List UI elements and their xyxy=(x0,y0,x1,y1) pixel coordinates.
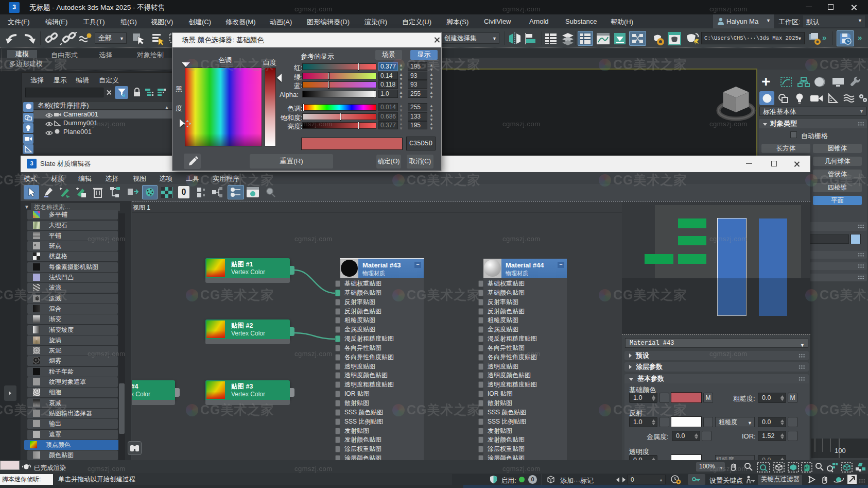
svg-text:100: 100 xyxy=(835,447,846,455)
